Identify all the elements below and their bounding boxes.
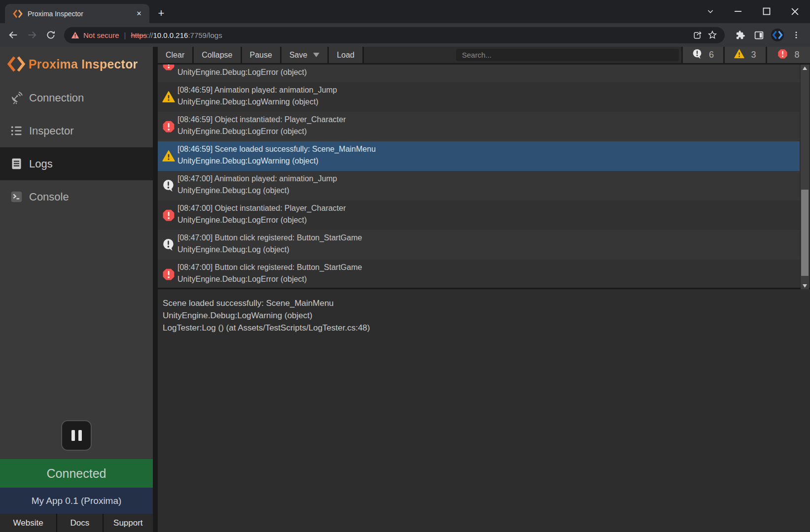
error-count: 8	[794, 50, 799, 60]
error-icon	[162, 268, 175, 281]
log-entry[interactable]: [08:47:00] Animation played: animation_J…	[158, 171, 800, 200]
sidebar-item-connection[interactable]: Connection	[0, 81, 153, 114]
window-minimize-button[interactable]	[728, 2, 748, 21]
collapse-button[interactable]: Collapse	[194, 47, 242, 63]
sidebar-item-label: Inspector	[29, 125, 74, 137]
url-host: 10.0.0.216	[153, 31, 188, 39]
warning-icon	[162, 91, 175, 103]
log-scrollbar[interactable]	[801, 65, 809, 289]
warning-filter-button[interactable]: 3	[723, 47, 766, 63]
inspector-icon	[10, 124, 23, 137]
error-icon	[777, 49, 788, 61]
share-icon[interactable]	[690, 28, 705, 42]
sidebar-item-inspector[interactable]: Inspector	[0, 114, 153, 147]
sidebar-nav: Connection Inspector Logs Console	[0, 81, 153, 213]
connection-status-badge: Connected	[0, 459, 153, 488]
error-filter-button[interactable]: 8	[766, 47, 810, 63]
error-icon	[162, 120, 175, 133]
forward-button[interactable]	[23, 26, 41, 44]
info-icon	[692, 49, 703, 59]
footer-link-website[interactable]: Website	[0, 514, 56, 532]
log-entry[interactable]: [08:47:00] Object instantiated: Player_C…	[158, 200, 800, 230]
log-message: [08:46:59] Animation played: animation_J…	[177, 86, 337, 95]
scroll-down-arrow-icon[interactable]	[801, 282, 809, 289]
logs-toolbar: Clear Collapse Pause Save Load 6 3	[158, 47, 810, 65]
sidebar-item-logs[interactable]: Logs	[0, 147, 153, 180]
info-filter-button[interactable]: 6	[681, 47, 723, 63]
log-trace: UnityEngine.Debug:LogWarning (object)	[177, 157, 318, 166]
pause-log-button[interactable]: Pause	[242, 47, 282, 63]
sidebar-item-label: Console	[29, 191, 69, 203]
log-list: UnityEngine.Debug:LogError (object) [08:…	[158, 65, 810, 289]
extensions-puzzle-icon[interactable]	[731, 26, 749, 44]
error-icon	[162, 65, 175, 71]
app-info-bar: My App 0.1 (Proxima)	[0, 488, 153, 514]
proxima-inspector-app: Proxima Inspector Connection Inspector L…	[0, 47, 810, 532]
logs-page: Clear Collapse Pause Save Load 6 3	[158, 47, 810, 532]
tab-title: Proxima Inspector	[28, 10, 134, 18]
log-trace: UnityEngine.Debug:LogError (object)	[177, 68, 307, 77]
profile-avatar[interactable]	[768, 26, 787, 44]
log-message: [08:47:00] Button click registered: Butt…	[177, 233, 362, 242]
log-message: [08:47:00] Object instantiated: Player_C…	[177, 204, 346, 213]
clear-button[interactable]: Clear	[158, 47, 194, 63]
warning-icon	[162, 150, 175, 163]
proxima-logo-icon	[7, 55, 26, 73]
save-dropdown-caret-icon[interactable]	[313, 53, 319, 57]
error-icon	[162, 209, 175, 222]
search-input[interactable]	[456, 49, 679, 61]
save-button[interactable]: Save	[282, 47, 329, 63]
window-close-button[interactable]	[785, 2, 805, 21]
sidebar: Proxima Inspector Connection Inspector L…	[0, 47, 153, 532]
log-trace: UnityEngine.Debug:Log (object)	[177, 186, 289, 195]
info-count: 6	[709, 50, 714, 60]
log-message: [08:47:00] Animation played: animation_J…	[177, 174, 337, 183]
log-entry[interactable]: UnityEngine.Debug:LogError (object)	[158, 65, 800, 82]
omnibox-divider: |	[124, 31, 126, 39]
detail-line: LogTester:Log () (at Assets/TestScripts/…	[163, 322, 804, 334]
pause-updates-button[interactable]	[61, 420, 92, 451]
connection-icon	[10, 91, 23, 104]
log-trace: UnityEngine.Debug:LogWarning (object)	[177, 98, 318, 106]
log-trace: UnityEngine.Debug:Log (object)	[177, 245, 289, 254]
tab-search-chevron-icon[interactable]	[701, 2, 720, 21]
warning-count: 3	[751, 50, 756, 60]
app-logo: Proxima Inspector	[0, 47, 153, 81]
back-button[interactable]	[4, 26, 23, 44]
detail-line: UnityEngine.Debug:LogWarning (object)	[163, 309, 804, 322]
url-scheme: https	[131, 31, 147, 39]
browser-menu-dots-icon[interactable]	[787, 26, 806, 44]
tab-close-icon[interactable]: ✕	[134, 8, 144, 19]
sidebar-divider	[153, 47, 158, 532]
bookmark-star-icon[interactable]	[705, 28, 720, 42]
load-button[interactable]: Load	[329, 47, 364, 63]
log-entry[interactable]: [08:46:59] Scene loaded successfully: Sc…	[158, 141, 800, 171]
log-entry[interactable]: [08:46:59] Animation played: animation_J…	[158, 82, 800, 112]
pause-icon	[71, 430, 75, 441]
url-scheme-separator: ://	[147, 31, 153, 39]
address-bar[interactable]: Not secure | https://10.0.0.216:7759/log…	[64, 27, 725, 43]
app-title: Proxima Inspector	[29, 57, 138, 71]
log-entry[interactable]: [08:47:00] Button click registered: Butt…	[158, 230, 800, 260]
detail-line: Scene loaded successfully: Scene_MainMen…	[163, 297, 804, 309]
scrollbar-thumb[interactable]	[801, 190, 809, 276]
sidebar-item-console[interactable]: Console	[0, 180, 153, 213]
new-tab-button[interactable]: +	[154, 6, 168, 20]
footer-link-support[interactable]: Support	[104, 514, 153, 532]
footer-link-docs[interactable]: Docs	[57, 514, 102, 532]
log-entry[interactable]: [08:47:00] Button click registered: Butt…	[158, 260, 800, 289]
log-entry[interactable]: [08:46:59] Object instantiated: Player_C…	[158, 112, 800, 141]
reload-button[interactable]	[41, 26, 60, 44]
error-icon	[777, 49, 788, 59]
side-panel-icon[interactable]	[749, 26, 768, 44]
log-trace: UnityEngine.Debug:LogError (object)	[177, 216, 307, 225]
browser-tab[interactable]: Proxima Inspector ✕	[5, 4, 149, 23]
log-message: [08:47:00] Button click registered: Butt…	[177, 263, 362, 272]
info-icon	[162, 179, 175, 192]
log-message: [08:46:59] Object instantiated: Player_C…	[177, 115, 346, 124]
sidebar-footer: WebsiteDocsSupport	[0, 514, 153, 532]
scroll-up-arrow-icon[interactable]	[801, 65, 809, 71]
browser-url-bar: Not secure | https://10.0.0.216:7759/log…	[0, 23, 810, 47]
info-icon	[692, 49, 703, 61]
window-maximize-button[interactable]	[757, 2, 776, 21]
